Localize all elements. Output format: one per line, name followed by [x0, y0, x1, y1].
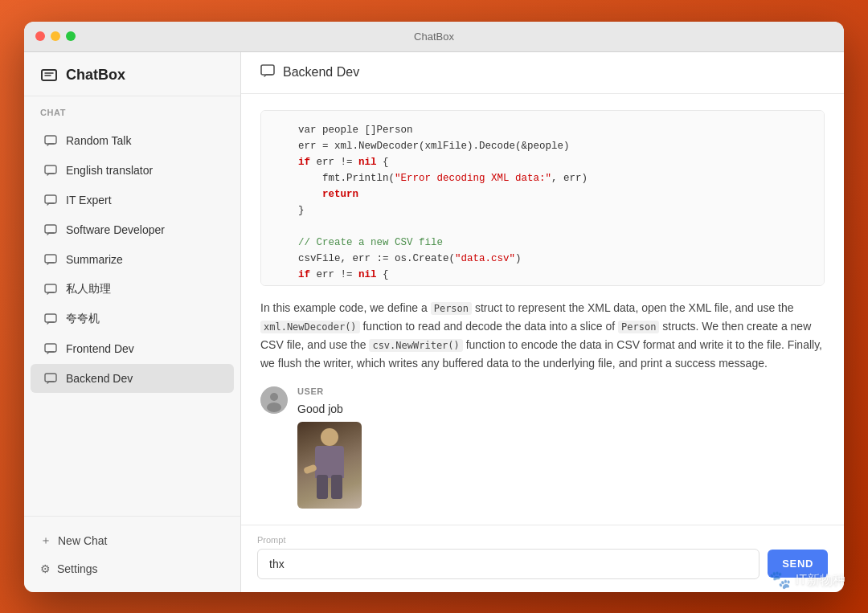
- user-good-job: Good job: [297, 403, 362, 415]
- close-button[interactable]: [35, 31, 45, 41]
- main-header: Backend Dev: [241, 52, 844, 94]
- sidebar-item-english-translator[interactable]: English translator ···: [31, 156, 234, 185]
- sidebar-item-private-assistant[interactable]: 私人助理 ···: [31, 275, 234, 304]
- user-avatar: [260, 386, 288, 414]
- svg-rect-10: [261, 65, 274, 75]
- code-block: var people []Person err = xml.NewDecoder…: [260, 110, 825, 287]
- chat-icon: [43, 371, 58, 386]
- chat-item-label: Backend Dev: [66, 372, 211, 385]
- sidebar-header: ChatBox: [24, 52, 240, 96]
- chat-item-label: Software Developer: [66, 223, 211, 236]
- plus-icon: ＋: [40, 533, 51, 548]
- minimize-button[interactable]: [51, 31, 60, 41]
- chat-header-icon: [260, 63, 275, 81]
- settings-button[interactable]: ⚙ Settings: [31, 555, 234, 582]
- chat-icon: [43, 341, 58, 356]
- chat-icon: [43, 312, 58, 326]
- chat-icon: [43, 163, 58, 178]
- svg-rect-7: [45, 314, 56, 322]
- sidebar-item-random-talk[interactable]: Random Talk ···: [31, 126, 234, 155]
- sidebar-item-exam-machine[interactable]: 夸夸机 ···: [31, 304, 234, 333]
- svg-rect-5: [45, 255, 56, 263]
- chat-icon: [43, 193, 58, 207]
- chat-item-label: IT Expert: [66, 194, 211, 206]
- chat-list: Random Talk ··· English translator ··· I…: [24, 122, 240, 516]
- svg-point-13: [267, 403, 281, 412]
- gear-icon: ⚙: [40, 562, 51, 575]
- sidebar-item-software-developer[interactable]: Software Developer ···: [31, 215, 234, 244]
- chat-item-label: 夸夸机: [66, 312, 211, 326]
- sidebar-item-summarize[interactable]: Summarize ···: [31, 245, 234, 274]
- svg-rect-8: [45, 344, 56, 352]
- chat-icon: [43, 223, 58, 237]
- chat-icon: [43, 282, 58, 296]
- new-chat-label: New Chat: [58, 534, 107, 547]
- prompt-row: SEND: [257, 549, 828, 579]
- app-body: ChatBox CHAT Random Talk ··· English tra…: [24, 52, 844, 592]
- chat-icon: [43, 252, 58, 267]
- chat-item-label: Random Talk: [66, 134, 211, 147]
- traffic-lights: [35, 31, 76, 41]
- sidebar-item-backend-dev[interactable]: Backend Dev ···: [31, 364, 234, 393]
- chat-content: var people []Person err = xml.NewDecoder…: [241, 94, 844, 525]
- app-name: ChatBox: [66, 67, 125, 84]
- main-header-title: Backend Dev: [283, 65, 359, 80]
- sidebar-item-frontend-dev[interactable]: Frontend Dev ···: [31, 334, 234, 363]
- app-window: ChatBox ChatBox CHAT: [24, 22, 844, 592]
- sidebar-item-it-expert[interactable]: IT Expert ···: [31, 186, 234, 215]
- watermark-text: IT新物种: [796, 572, 845, 589]
- sidebar-footer: ＋ New Chat ⚙ Settings: [24, 516, 240, 592]
- svg-rect-6: [45, 284, 56, 292]
- chat-item-label: Summarize: [66, 253, 211, 266]
- svg-rect-4: [45, 225, 56, 233]
- window-title: ChatBox: [414, 31, 454, 43]
- chat-item-label: English translator: [66, 164, 211, 177]
- watermark-icon: 🐾: [769, 570, 791, 591]
- prompt-area: Prompt SEND: [241, 525, 844, 592]
- svg-point-12: [270, 393, 278, 401]
- prompt-input[interactable]: [257, 549, 760, 579]
- new-chat-button[interactable]: ＋ New Chat: [31, 526, 234, 555]
- svg-rect-1: [45, 136, 56, 144]
- user-label: USER: [297, 386, 362, 396]
- sidebar: ChatBox CHAT Random Talk ··· English tra…: [24, 52, 241, 592]
- chat-item-label: Frontend Dev: [66, 342, 211, 355]
- maximize-button[interactable]: [66, 31, 76, 41]
- prompt-label: Prompt: [257, 535, 828, 545]
- titlebar: ChatBox: [24, 22, 844, 52]
- app-logo-icon: [40, 67, 58, 84]
- svg-rect-3: [45, 195, 56, 203]
- user-image: [297, 422, 362, 509]
- svg-rect-2: [45, 166, 56, 174]
- chat-item-label: 私人助理: [66, 282, 211, 296]
- svg-rect-9: [45, 374, 56, 382]
- user-message: USER Good job: [260, 386, 825, 509]
- settings-label: Settings: [57, 562, 98, 575]
- description-text: In this example code, we define a Person…: [260, 299, 825, 373]
- chat-section-label: CHAT: [24, 96, 240, 122]
- watermark: 🐾 IT新物种: [769, 570, 845, 591]
- main-panel: Backend Dev var people []Person err = xm…: [241, 52, 844, 592]
- chat-icon: [43, 133, 58, 148]
- user-message-content: USER Good job: [297, 386, 362, 509]
